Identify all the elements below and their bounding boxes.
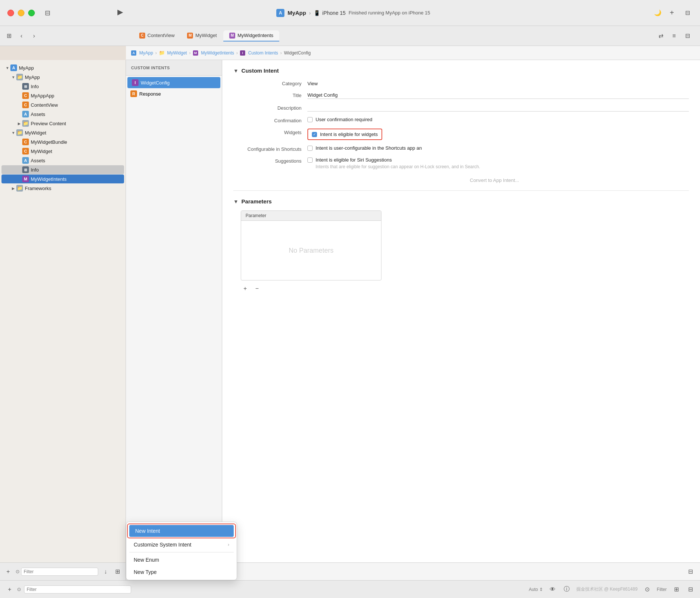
refresh-button[interactable]: ⇄ <box>656 31 666 41</box>
tree-arrow-expanded: ▼ <box>10 130 16 136</box>
info-button[interactable]: ⓘ <box>562 585 571 594</box>
sidebar-item-mywidget-group[interactable]: ▼ 📁 MyWidget <box>1 128 124 137</box>
sidebar-item-myapp-root[interactable]: ▼ A MyApp <box>1 63 124 72</box>
nav-back-button[interactable]: ‹ <box>16 31 27 41</box>
mywidget-group-label: MyWidget <box>25 130 46 136</box>
suggestions-text: Intent is eligible for Siri Suggestions <box>316 157 392 163</box>
configurable-row: Configurable in Shortcuts Intent is user… <box>233 145 689 152</box>
dropdown-item-new-type[interactable]: New Type <box>128 566 235 578</box>
widgets-highlight-box: Intent is eligible for widgets <box>307 129 382 140</box>
sidebar-item-contentview[interactable]: C ContentView <box>1 100 124 109</box>
parameters-chevron[interactable]: ▼ <box>233 199 239 205</box>
dropdown-item-customize-system-intent[interactable]: Customize System Intent › <box>128 539 235 551</box>
mywidgetintents-label: MyWidgetIntents <box>31 176 67 182</box>
breadcrumb-customintents[interactable]: Custom Intents <box>248 50 278 56</box>
sidebar-item-mywidgetbundle[interactable]: C MyWidgetBundle <box>1 137 124 146</box>
breadcrumb-widgetconfig: WidgetConfig <box>284 50 311 56</box>
statusbar-add-button[interactable]: + <box>5 585 14 594</box>
breadcrumb-folder-icon: 📁 <box>159 50 165 56</box>
info2-icon: ⊞ <box>22 166 29 173</box>
device-name: iPhone 15 <box>322 10 346 16</box>
tab-mywidgetintents[interactable]: M MyWidgetIntents <box>223 30 279 41</box>
sidebar-item-assets1[interactable]: A Assets <box>1 110 124 119</box>
nav-forward-button[interactable]: › <box>29 31 39 41</box>
sidebar-item-myappapp[interactable]: C MyAppApp <box>1 91 124 100</box>
dropdown-item-new-enum[interactable]: New Enum <box>128 554 235 566</box>
statusbar: + ⊙ Auto ⇕ 👁 ⓘ 掘金技术社区 @ KeepFit61489 ⊙ F… <box>0 580 700 598</box>
sidebar-item-mywidget-file[interactable]: C MyWidget <box>1 147 124 156</box>
description-input[interactable] <box>307 104 689 112</box>
dropdown-new-enum-label: New Enum <box>134 557 159 563</box>
tree-arrow-empty <box>16 93 22 99</box>
mywidget-file-icon: C <box>22 148 29 155</box>
sidebar-item-info2[interactable]: ⊞ Info <box>1 165 124 174</box>
sidebar-toggle-button[interactable]: ⊟ <box>42 8 53 18</box>
confirmation-text: User confirmation required <box>316 117 372 122</box>
sidebar-add-button[interactable]: + <box>4 567 13 576</box>
layout-toggle-button[interactable]: ⊟ <box>682 8 693 18</box>
grid-view-button[interactable]: ⊞ <box>4 31 14 41</box>
close-button[interactable] <box>7 10 14 16</box>
preview-button[interactable]: 👁 <box>548 585 557 594</box>
parameters-column-header: Parameter <box>241 211 381 221</box>
convert-to-app-intent-button[interactable]: Convert to App Intent... <box>470 177 519 183</box>
statusbar-split-button[interactable]: ⊟ <box>686 585 695 594</box>
contentview-icon: C <box>22 102 29 108</box>
sidebar-settings-button[interactable]: ⊞ <box>113 567 122 576</box>
statusbar-filter-input[interactable] <box>24 585 131 594</box>
intent-item-response[interactable]: R Response <box>126 88 222 99</box>
statusbar-settings-button[interactable]: ⊞ <box>672 585 681 594</box>
tab-mywidget[interactable]: M MyWidget <box>181 30 223 41</box>
menu-button[interactable]: ≡ <box>669 31 679 41</box>
category-value: View <box>307 80 689 86</box>
remove-parameter-button[interactable]: − <box>253 284 261 293</box>
sidebar-item-assets2[interactable]: A Assets <box>1 156 124 165</box>
sidebar-action-button[interactable]: ↓ <box>101 567 110 576</box>
dark-mode-icon: 🌙 <box>654 9 661 16</box>
inspector-button[interactable]: ⊟ <box>682 31 693 41</box>
intents-list: I WidgetConfig R Response <box>126 76 222 562</box>
confirmation-checkbox[interactable] <box>307 117 313 122</box>
configurable-checkbox[interactable] <box>307 146 313 151</box>
tab-mywidgetintents-label: MyWidgetIntents <box>237 33 273 38</box>
run-status: Finished running MyApp on iPhone 15 <box>349 10 430 16</box>
custom-intent-chevron[interactable]: ▼ <box>233 68 239 74</box>
statusbar-filter-icon2[interactable]: ⊙ <box>643 585 651 594</box>
breadcrumb-myapp[interactable]: MyApp <box>139 50 153 56</box>
sidebar-bottom: + ⊙ ↓ ⊞ <box>0 562 126 580</box>
tree-arrow-collapsed: ▶ <box>10 185 16 191</box>
suggestions-label: Suggestions <box>241 157 307 164</box>
breadcrumb-sep4: › <box>280 50 282 56</box>
description-row: Description <box>233 104 689 112</box>
suggestions-checkbox[interactable] <box>307 157 313 163</box>
add-tab-button[interactable]: + <box>667 8 677 18</box>
tab-mywidget-label: MyWidget <box>195 33 217 38</box>
widgets-checkbox[interactable] <box>312 132 317 137</box>
dropdown-customize-arrow: › <box>228 542 229 547</box>
sidebar-item-preview-content[interactable]: ▶ 📁 Preview Content <box>1 119 124 128</box>
intent-item-widgetconfig[interactable]: I WidgetConfig <box>127 77 220 88</box>
breadcrumb: A MyApp › 📁 MyWidget › M MyWidgetIntents… <box>126 46 700 60</box>
sidebar-filter-input[interactable] <box>21 568 98 576</box>
breadcrumb-mywidgetintents[interactable]: MyWidgetIntents <box>201 50 234 56</box>
detail-collapse-button[interactable]: ⊟ <box>686 567 695 576</box>
sidebar-item-myapp-group[interactable]: ▼ 📁 MyApp <box>1 73 124 82</box>
sidebar-item-info1[interactable]: ⊞ Info <box>1 82 124 91</box>
device-icon: 📱 <box>314 10 320 16</box>
breadcrumb-mywidget[interactable]: MyWidget <box>167 50 187 56</box>
confirmation-checkbox-row: User confirmation required <box>307 117 372 122</box>
title-input[interactable] <box>307 92 689 99</box>
detail-content: ▼ Custom Intent Category View Title Desc… <box>222 60 700 562</box>
dropdown-customize-system-intent-label: Customize System Intent <box>134 542 191 548</box>
suggestions-row: Suggestions Intent is eligible for Siri … <box>233 157 689 169</box>
minimize-button[interactable] <box>18 10 24 16</box>
sidebar-item-frameworks[interactable]: ▶ 📁 Frameworks <box>1 184 124 193</box>
fullscreen-button[interactable] <box>28 10 35 16</box>
tab-contentview[interactable]: C ContentView <box>133 30 180 41</box>
confirmation-row: Confirmation User confirmation required <box>233 117 689 123</box>
sidebar-item-mywidgetintents[interactable]: M MyWidgetIntents <box>1 175 124 183</box>
category-row: Category View <box>233 80 689 86</box>
dropdown-item-new-intent[interactable]: New Intent <box>129 525 234 537</box>
add-parameter-button[interactable]: + <box>241 284 250 293</box>
run-button[interactable]: ▶ <box>115 7 125 17</box>
